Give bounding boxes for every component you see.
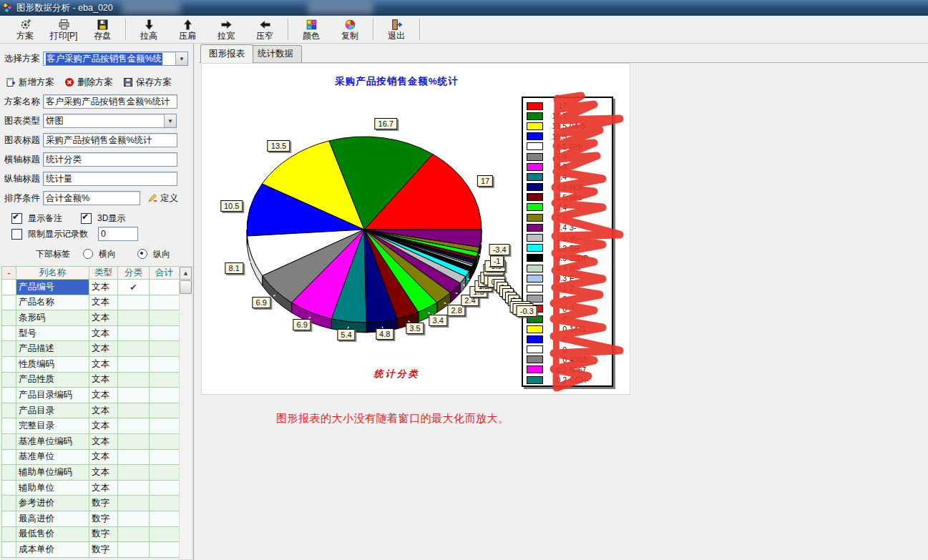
row-handle-cell[interactable]	[2, 325, 16, 341]
total-cell[interactable]	[150, 403, 180, 418]
scheme-button[interactable]: 方案	[6, 16, 44, 43]
row-handle-cell[interactable]	[2, 526, 16, 542]
tab-statistics-data[interactable]: 统计数据	[249, 45, 302, 62]
column-name-cell[interactable]: 产品目录编码	[16, 388, 89, 403]
category-check-cell[interactable]	[118, 418, 150, 434]
column-name-cell[interactable]: 产品编号	[16, 280, 89, 295]
column-name-cell[interactable]: 型号	[16, 325, 89, 341]
total-cell[interactable]	[150, 526, 180, 542]
category-check-cell[interactable]: ✔	[118, 280, 150, 295]
limit-records-input[interactable]: 0	[98, 227, 138, 241]
taller-button[interactable]: 拉高	[130, 16, 168, 43]
row-handle-cell[interactable]	[2, 280, 16, 295]
limit-records-checkbox[interactable]	[11, 229, 22, 240]
total-cell[interactable]	[150, 310, 180, 326]
scroll-up-arrow-icon[interactable]: ▲	[180, 267, 192, 280]
chevron-down-icon[interactable]: ▼	[164, 114, 176, 127]
total-cell[interactable]	[150, 542, 180, 558]
total-cell[interactable]	[150, 433, 180, 449]
row-handle-cell[interactable]	[2, 496, 16, 511]
total-cell[interactable]	[150, 356, 180, 372]
define-button[interactable]: 定义	[147, 192, 178, 205]
category-check-cell[interactable]	[118, 341, 150, 357]
chart-type-combobox[interactable]: 饼图 ▼	[43, 114, 177, 128]
column-name-cell[interactable]: 基准单位	[16, 449, 89, 465]
column-name-cell[interactable]: 成本单价	[16, 542, 89, 558]
show-3d-checkbox[interactable]	[81, 213, 92, 224]
save-button[interactable]: 存盘	[83, 16, 122, 43]
type-cell[interactable]: 文本	[89, 480, 118, 496]
flatten-button[interactable]: 压扁	[168, 16, 207, 43]
category-check-cell[interactable]	[118, 310, 150, 326]
type-cell[interactable]: 文本	[89, 280, 118, 295]
total-cell[interactable]	[150, 418, 180, 434]
x-axis-title-input[interactable]: 统计分类	[43, 152, 177, 167]
copy-button[interactable]: 复制	[331, 16, 369, 43]
row-handle-cell[interactable]	[2, 433, 16, 449]
orientation-vertical-radio[interactable]	[137, 249, 147, 259]
row-handle-cell[interactable]	[2, 542, 16, 558]
table-row[interactable]: 产品目录编码文本	[2, 388, 180, 403]
row-handle-cell[interactable]	[2, 449, 16, 465]
table-row[interactable]: 产品编号文本✔	[2, 280, 180, 295]
table-row[interactable]: 产品目录文本	[2, 403, 180, 418]
type-cell[interactable]: 数字	[89, 511, 118, 526]
table-row[interactable]: 最高进价数字	[2, 511, 180, 526]
row-handle-cell[interactable]	[2, 356, 16, 372]
type-cell[interactable]: 文本	[89, 295, 118, 310]
total-cell[interactable]	[150, 325, 180, 341]
category-check-cell[interactable]	[118, 403, 150, 418]
category-check-cell[interactable]	[118, 325, 150, 341]
type-cell[interactable]: 数字	[89, 526, 118, 542]
total-cell[interactable]	[150, 496, 180, 511]
table-row[interactable]: 辅助单位文本	[2, 480, 180, 496]
type-cell[interactable]: 文本	[89, 310, 118, 326]
row-handle-cell[interactable]	[2, 341, 16, 357]
category-check-cell[interactable]	[118, 433, 150, 449]
table-row[interactable]: 最低售价数字	[2, 526, 180, 542]
total-cell[interactable]	[150, 388, 180, 403]
table-row[interactable]: 型号文本	[2, 325, 180, 341]
row-handle-cell[interactable]	[2, 403, 16, 418]
print-button[interactable]: 打印[P]	[44, 16, 83, 43]
collapse-header[interactable]: -	[2, 267, 16, 280]
table-row[interactable]: 性质编码文本	[2, 356, 180, 372]
category-check-cell[interactable]	[118, 511, 150, 526]
category-check-cell[interactable]	[118, 356, 150, 372]
type-cell[interactable]: 文本	[89, 403, 118, 418]
row-handle-cell[interactable]	[2, 295, 16, 310]
y-axis-title-input[interactable]: 统计量	[43, 172, 177, 186]
scheme-combobox[interactable]: 客户采购产品按销售金额%统 ▼	[43, 51, 188, 66]
chevron-down-icon[interactable]: ▼	[175, 52, 187, 65]
column-name-cell[interactable]: 产品目录	[16, 403, 89, 418]
category-check-cell[interactable]	[118, 295, 150, 310]
column-name-cell[interactable]: 完整目录	[16, 418, 89, 434]
column-name-cell[interactable]: 辅助单位	[16, 480, 89, 496]
column-name-cell[interactable]: 性质编码	[16, 356, 89, 372]
narrow-button[interactable]: 压窄	[245, 16, 284, 43]
category-check-cell[interactable]	[118, 372, 150, 388]
column-name-cell[interactable]: 基准单位编码	[16, 433, 89, 449]
total-cell[interactable]	[150, 480, 180, 496]
row-handle-cell[interactable]	[2, 310, 16, 326]
category-check-cell[interactable]	[118, 480, 150, 496]
total-cell[interactable]	[150, 465, 180, 481]
type-cell[interactable]: 文本	[89, 449, 118, 465]
row-handle-cell[interactable]	[2, 418, 16, 434]
type-cell[interactable]: 文本	[89, 418, 118, 434]
row-handle-cell[interactable]	[2, 372, 16, 388]
row-handle-cell[interactable]	[2, 511, 16, 526]
sort-condition-input[interactable]: 合计金额%	[43, 191, 140, 205]
column-name-cell[interactable]: 条形码	[16, 310, 89, 326]
save-scheme-button[interactable]: 保存方案	[123, 77, 172, 89]
table-row[interactable]: 基准单位文本	[2, 449, 180, 465]
category-check-cell[interactable]	[118, 542, 150, 558]
column-name-cell[interactable]: 最高进价	[16, 511, 89, 526]
total-cell[interactable]	[150, 449, 180, 465]
category-check-cell[interactable]	[118, 449, 150, 465]
total-cell[interactable]	[150, 372, 180, 388]
type-cell[interactable]: 文本	[89, 325, 118, 341]
table-scrollbar[interactable]: ▲	[179, 266, 192, 560]
table-row[interactable]: 产品性质文本	[2, 372, 180, 388]
column-name-cell[interactable]: 产品描述	[16, 341, 89, 357]
